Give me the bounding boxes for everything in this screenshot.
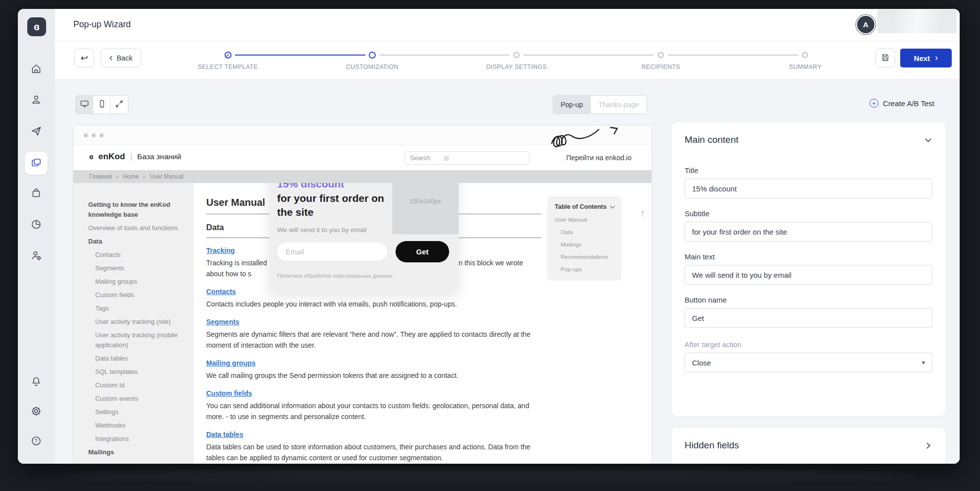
next-button[interactable]: Next› [900, 49, 952, 67]
panel-title: Hidden fields [685, 440, 739, 451]
toc-item: User Manual [555, 217, 614, 223]
undo-button[interactable]: ↩ [74, 49, 94, 67]
field-label: After target action [685, 341, 932, 349]
chevron-down-icon [610, 204, 615, 209]
site-preview-frame: ɞenKod | База знаний Search ⊗ Перейти на… [73, 125, 652, 464]
site-logo-suffix: База знаний [137, 152, 181, 161]
nav-item: Data [88, 237, 185, 246]
nav-item: Segments [88, 263, 185, 273]
main-content-panel: Main content Title Subtitle Main text [672, 123, 945, 416]
wizard-stepper: ✓ SELECT TEMPLATE CUSTOMIZATION DISPLAY … [156, 50, 877, 70]
step-customization[interactable]: CUSTOMIZATION [300, 50, 444, 70]
field-label: Main text [685, 252, 932, 261]
title-input[interactable] [685, 179, 932, 198]
site-logo: ɞenKod | База знаний [89, 152, 181, 162]
main-text-input[interactable] [685, 265, 932, 285]
nav-item: Settings [88, 407, 185, 417]
step-label: SELECT TEMPLATE [156, 63, 300, 70]
device-mobile-button[interactable] [93, 96, 111, 114]
popup-preview[interactable]: 150x140px 15% discount for your first or… [269, 183, 459, 292]
subtitle-input[interactable] [685, 222, 932, 242]
breadcrumb-separator: » [116, 174, 119, 180]
device-desktop-button[interactable] [76, 96, 93, 114]
toc-item: Mailings [555, 242, 614, 247]
hidden-fields-accordion-header[interactable]: Hidden fields [685, 440, 932, 451]
nav-item: Custom events [88, 394, 185, 404]
main-content-accordion-header[interactable]: Main content [685, 134, 932, 145]
sidebar-item-contacts[interactable] [25, 89, 48, 112]
mobile-icon [97, 99, 107, 111]
browser-dot [100, 133, 104, 137]
sidebar-item-home[interactable] [25, 59, 48, 81]
sidebar-item-analytics[interactable] [25, 214, 48, 237]
chevron-down-icon [925, 136, 931, 142]
tab-thanks-page[interactable]: Thanks-page [591, 96, 646, 114]
scroll-to-top-icon: ↑ [640, 207, 645, 220]
nav-item: Webhooks [88, 421, 185, 430]
step-recipients[interactable]: RECIPIENTS [589, 50, 733, 70]
tab-label: Pop-up [561, 101, 583, 109]
popup-subtitle[interactable]: for your first order on the site [277, 191, 389, 220]
step-display-settings[interactable]: DISPLAY SETTINGS [444, 50, 588, 70]
nav-item: Integrations [88, 434, 185, 444]
fullscreen-button[interactable] [111, 96, 128, 114]
popup-email-input[interactable] [277, 243, 387, 261]
popup-get-button[interactable]: Get [396, 241, 449, 262]
step-dot [802, 52, 808, 58]
desktop-background: ɞ [0, 0, 980, 491]
create-ab-test-label: Create A/B Test [883, 99, 934, 108]
back-button[interactable]: ‹Back [101, 49, 141, 67]
nav-item: Custom fields [88, 290, 185, 300]
article-section-custom-fields: Custom fields You can send additional in… [206, 389, 541, 422]
site-logo-glyph: ɞ [89, 152, 94, 161]
toc-item: Recommendations [555, 254, 614, 260]
step-label: SUMMARY [733, 63, 877, 70]
sidebar-item-shop[interactable] [25, 183, 48, 205]
sidebar-item-settings[interactable] [25, 401, 48, 424]
step-select-template[interactable]: ✓ SELECT TEMPLATE [156, 50, 300, 70]
top-header: Pop-up Wizard A [55, 9, 960, 41]
breadcrumb: Главная » Home » User Manual [73, 170, 651, 183]
nav-item: User activity tracking (mobile applicati… [88, 330, 185, 350]
button-name-input[interactable] [685, 308, 932, 328]
sidebar-item-messages[interactable] [25, 121, 48, 143]
field-label: Title [685, 166, 932, 175]
fullscreen-icon [115, 99, 124, 111]
sidebar-item-popups[interactable] [25, 152, 48, 175]
sidebar-item-help[interactable]: ? [25, 430, 48, 453]
table-of-contents: Table of Contents User Manual Data Maili… [547, 196, 622, 280]
preview-tabs: Pop-up Thanks-page [553, 95, 647, 114]
nav-item: Mailing groups [88, 277, 185, 287]
save-icon [881, 53, 890, 63]
plus-circle-icon: + [869, 99, 878, 108]
person-gear-icon [30, 249, 42, 263]
after-target-action-select[interactable]: Close ▾ [685, 353, 932, 372]
clear-search-icon: ⊗ [443, 154, 450, 163]
popup-image-placeholder[interactable]: 150x140px [392, 183, 459, 234]
avatar[interactable]: A [857, 16, 874, 33]
help-icon: ? [30, 435, 42, 449]
article-section-segments: Segments Segments are dynamic filters th… [206, 317, 541, 351]
sidebar-item-account-settings[interactable] [25, 245, 48, 268]
popup-privacy-link[interactable]: Политика обработки персональных данных [277, 273, 459, 279]
article-link: Mailing groups [206, 359, 256, 367]
breadcrumb-separator: » [143, 174, 146, 180]
toc-header[interactable]: Table of Contents [555, 203, 614, 210]
step-dot [514, 52, 519, 58]
app-window: ɞ [18, 9, 960, 464]
article-text: Data tables can be used to store informa… [206, 441, 541, 463]
panel-title: Main content [685, 134, 739, 145]
field-main-text: Main text [685, 252, 932, 285]
save-button[interactable] [875, 49, 895, 67]
article-text: Contacts includes people you interact wi… [206, 299, 541, 309]
tab-popup[interactable]: Pop-up [553, 96, 591, 114]
breadcrumb-item: User Manual [150, 173, 183, 180]
step-summary[interactable]: SUMMARY [733, 50, 877, 70]
step-done-icon: ✓ [225, 52, 231, 59]
image-size-label: 150x140px [409, 197, 441, 205]
field-label: Button name [685, 296, 932, 304]
sidebar-item-notifications[interactable] [25, 371, 48, 394]
create-ab-test-link[interactable]: + Create A/B Test [869, 99, 934, 108]
step-label: RECIPIENTS [589, 63, 733, 70]
nav-item: Mailings [88, 447, 185, 457]
